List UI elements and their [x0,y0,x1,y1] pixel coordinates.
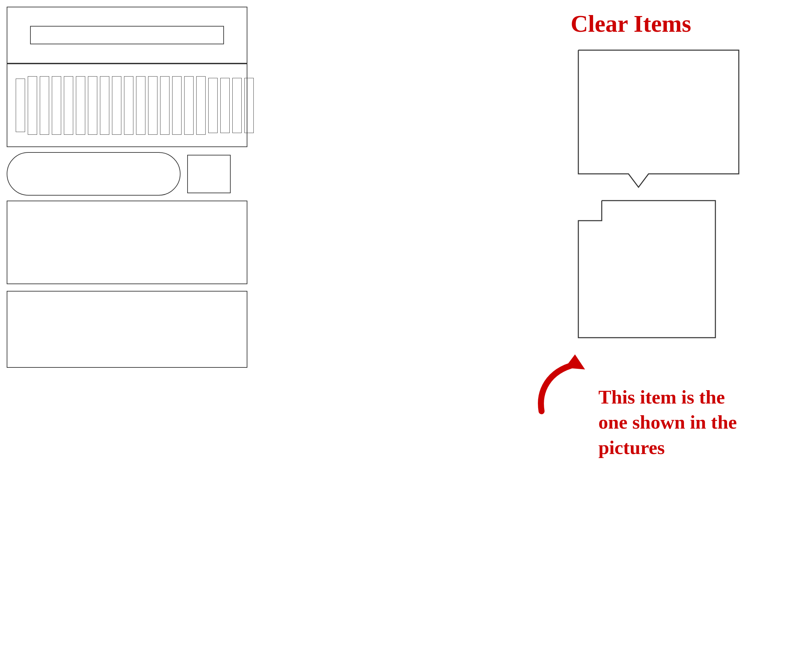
block-1-inner-bar [30,26,224,44]
device-shape [575,197,719,342]
bar-19 [232,78,242,133]
left-column [7,7,248,368]
bar-20 [244,78,254,133]
block-1 [7,7,248,63]
bar-15 [184,76,193,135]
small-rect [187,155,231,193]
bar-3 [40,76,49,135]
arrow-annotation [528,351,595,419]
block-5-large-rect [7,291,248,368]
annotation-line3: pictures [598,437,665,458]
block-4-large-rect [7,200,248,284]
annotation-text: This item is the one shown in the pictur… [598,385,782,460]
bar-10 [124,76,133,135]
bar-7 [88,76,97,135]
bar-4 [52,76,61,135]
pill-shape [7,152,180,195]
bar-12 [148,76,158,135]
block-2-bars [7,63,248,147]
bar-18 [220,78,230,133]
bar-6 [76,76,85,135]
bar-8 [100,76,109,135]
bar-11 [136,76,146,135]
bar-13 [160,76,170,135]
bar-9 [112,76,121,135]
bar-17 [208,78,218,133]
annotation-line2: one shown in the [598,411,737,433]
bar-16 [196,76,205,135]
bar-2 [28,76,37,135]
block-3-pill-area [7,147,248,200]
clear-items-label[interactable]: Clear Items [571,10,691,38]
annotation-line1: This item is the [598,386,725,408]
bar-14 [172,76,182,135]
bar-1 [16,78,25,132]
svg-marker-0 [565,355,585,370]
monitor-shape [575,47,742,222]
bar-5 [64,76,73,135]
